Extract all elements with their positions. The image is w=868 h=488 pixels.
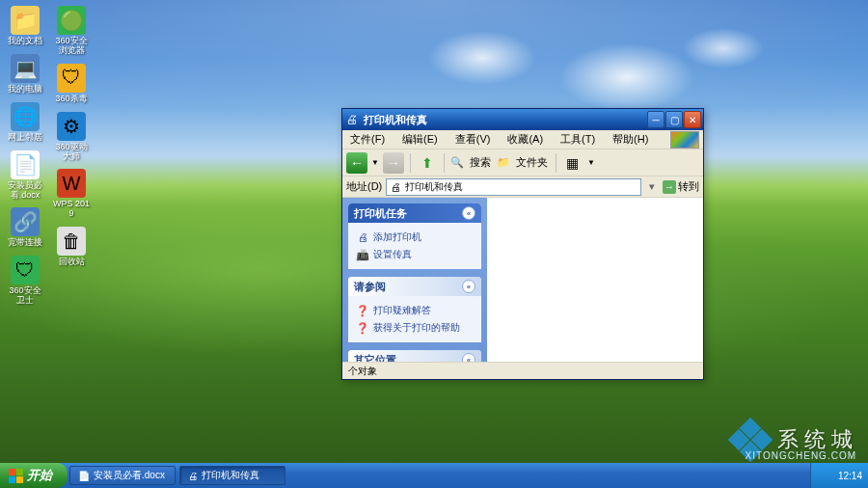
toolbar-separator — [556, 153, 556, 173]
back-button[interactable]: ← — [346, 152, 367, 174]
collapse-icon[interactable]: « — [462, 206, 475, 220]
app-icon: 🛡 — [11, 256, 40, 285]
app-icon: 📁 — [11, 6, 40, 35]
task-link[interactable]: ❓获得关于打印的帮助 — [356, 319, 474, 337]
menubar: 文件(F)编辑(E)查看(V)收藏(A)工具(T)帮助(H) — [342, 130, 703, 149]
menu-编辑(E)[interactable]: 编辑(E) — [398, 130, 442, 149]
go-icon: → — [663, 180, 676, 194]
desktop-icon-网上邻居[interactable]: 🌐 网上邻居 — [4, 100, 46, 145]
app-icon: W — [57, 169, 86, 198]
printers-window: 🖨 打印机和传真 ─ ▢ ✕ 文件(F)编辑(E)查看(V)收藏(A)工具(T)… — [341, 108, 704, 380]
toolbar-separator — [444, 153, 445, 173]
icon-label: 我的文档 — [8, 37, 42, 46]
desktop-icon-我的文档[interactable]: 📁 我的文档 — [4, 4, 46, 48]
icon-label: 网上邻居 — [8, 133, 42, 143]
link-icon: 📠 — [356, 248, 369, 261]
collapse-icon[interactable]: « — [462, 353, 475, 362]
titlebar[interactable]: 🖨 打印机和传真 ─ ▢ ✕ — [342, 109, 703, 130]
icon-label: 回收站 — [59, 258, 85, 267]
clock[interactable]: 12:14 — [838, 471, 862, 481]
icon-label: 360安全浏览器 — [52, 37, 91, 56]
icon-label: WPS 2019 — [52, 200, 91, 219]
windows-logo-icon — [8, 468, 23, 483]
icon-label: 我的电脑 — [8, 85, 42, 95]
taskbar: 开始 📄安装员必看.docx🖨打印机和传真 12:14 — [0, 463, 868, 488]
search-icon[interactable]: 🔍 — [450, 156, 464, 169]
taskbar-item[interactable]: 📄安装员必看.docx — [69, 466, 176, 485]
menu-工具(T)[interactable]: 工具(T) — [556, 130, 599, 149]
desktop-icon-WPS 2019[interactable]: W WPS 2019 — [50, 167, 93, 221]
desktop-icons: 📁 我的文档💻 我的电脑🌐 网上邻居📄 安装员必看.docx🔗 宽带连接🛡 36… — [4, 4, 96, 308]
up-button[interactable]: ⬆ — [417, 152, 438, 174]
icon-label: 360安全卫士 — [6, 286, 44, 306]
app-icon: 🔗 — [11, 207, 40, 236]
group-other-places[interactable]: 其它位置 « — [348, 350, 481, 362]
toolbar-separator — [410, 153, 411, 173]
windows-flag-icon — [670, 131, 699, 149]
tasks-sidepanel: 打印机任务 « 🖨添加打印机📠设置传真 请参阅 « ❓打印疑难解答❓获得关于打印… — [342, 198, 487, 362]
forward-button: → — [383, 152, 404, 174]
link-icon: ❓ — [356, 321, 369, 335]
views-dropdown[interactable]: ▼ — [587, 158, 595, 167]
printer-icon: 🖨 — [346, 113, 360, 126]
window-title: 打印机和传真 — [364, 113, 647, 127]
back-dropdown[interactable]: ▼ — [371, 158, 379, 167]
app-icon: 📄 — [11, 150, 40, 179]
status-text: 个对象 — [348, 365, 377, 378]
folders-icon[interactable]: 📁 — [497, 156, 510, 169]
menu-收藏(A)[interactable]: 收藏(A) — [503, 130, 547, 149]
desktop-icon-宽带连接[interactable]: 🔗 宽带连接 — [4, 205, 46, 250]
app-icon: 💻 — [11, 54, 40, 83]
task-icon: 🖨 — [188, 471, 198, 481]
group-printer-tasks[interactable]: 打印机任务 « — [348, 203, 481, 223]
search-button[interactable]: 搜索 — [468, 155, 493, 170]
menu-文件(F)[interactable]: 文件(F) — [346, 130, 389, 149]
minimize-button[interactable]: ─ — [647, 111, 665, 128]
menu-帮助(H)[interactable]: 帮助(H) — [609, 130, 652, 149]
address-input[interactable]: 🖨 打印机和传真 — [386, 178, 641, 196]
statusbar: 个对象 — [342, 362, 703, 379]
desktop-icon-我的电脑[interactable]: 💻 我的电脑 — [4, 52, 46, 96]
app-icon: 🗑 — [57, 227, 86, 256]
address-label: 地址(D) — [346, 179, 382, 194]
task-link[interactable]: ❓打印疑难解答 — [356, 302, 474, 319]
icon-label: 宽带连接 — [8, 238, 42, 248]
icon-label: 360杀毒 — [55, 95, 87, 104]
go-button[interactable]: → 转到 — [663, 179, 699, 194]
app-icon: ⚙ — [57, 112, 86, 141]
folders-button[interactable]: 文件夹 — [514, 155, 550, 170]
address-value: 打印机和传真 — [405, 180, 463, 194]
toolbar: ← ▼ → ⬆ 🔍 搜索 📁 文件夹 ▦ ▼ — [342, 149, 703, 176]
link-icon: 🖨 — [356, 230, 369, 244]
close-button[interactable]: ✕ — [684, 111, 701, 128]
menu-查看(V)[interactable]: 查看(V) — [451, 130, 495, 149]
app-icon: 🛡 — [57, 64, 86, 93]
group-see-also[interactable]: 请参阅 « — [348, 277, 481, 296]
collapse-icon[interactable]: « — [462, 280, 475, 293]
icon-label: 360驱动大师 — [52, 143, 91, 162]
app-icon: 🟢 — [57, 6, 86, 35]
start-button[interactable]: 开始 — [0, 463, 68, 488]
desktop-icon-回收站[interactable]: 🗑 回收站 — [50, 225, 93, 269]
app-icon: 🌐 — [11, 102, 40, 131]
printer-icon: 🖨 — [391, 181, 401, 193]
task-link[interactable]: 🖨添加打印机 — [356, 229, 474, 246]
desktop-icon-360杀毒[interactable]: 🛡 360杀毒 — [50, 62, 93, 106]
address-dropdown[interactable]: ▾ — [645, 180, 659, 193]
desktop-icon-360驱动大师[interactable]: ⚙ 360驱动大师 — [50, 110, 93, 164]
system-tray[interactable]: 12:14 — [810, 463, 868, 488]
task-icon: 📄 — [78, 471, 90, 481]
maximize-button[interactable]: ▢ — [665, 111, 683, 128]
views-button[interactable]: ▦ — [562, 152, 583, 174]
desktop-icon-360安全卫士[interactable]: 🛡 360安全卫士 — [4, 254, 46, 308]
watermark-url: XITONGCHENG.COM — [746, 450, 856, 461]
content-area[interactable] — [487, 198, 703, 362]
link-icon: ❓ — [356, 304, 369, 317]
taskbar-item[interactable]: 🖨打印机和传真 — [179, 466, 285, 485]
addressbar: 地址(D) 🖨 打印机和传真 ▾ → 转到 — [342, 176, 703, 198]
desktop-icon-360安全浏览器[interactable]: 🟢 360安全浏览器 — [50, 4, 93, 58]
icon-label: 安装员必看.docx — [6, 181, 44, 201]
desktop-icon-安装员必看.docx[interactable]: 📄 安装员必看.docx — [4, 149, 46, 203]
task-link[interactable]: 📠设置传真 — [356, 246, 474, 263]
